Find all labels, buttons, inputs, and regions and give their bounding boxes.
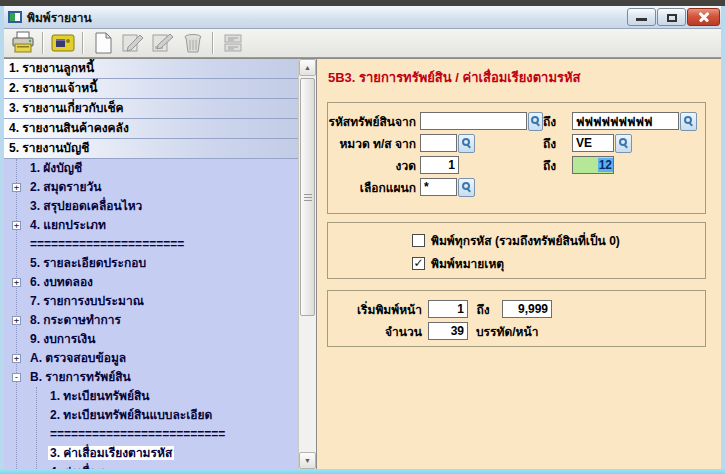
- lines-count-input[interactable]: [428, 322, 468, 340]
- tree-item[interactable]: 9. งบการเงิน: [4, 330, 299, 349]
- titlebar[interactable]: พิมพ์รายงาน: [0, 6, 725, 29]
- asset-code-from-input[interactable]: [420, 112, 527, 130]
- magnifier-icon: [462, 182, 470, 190]
- modify-button[interactable]: [148, 30, 178, 56]
- to-label: ถึง: [543, 112, 568, 131]
- tree-item-label: 7. รายการงบประมาณ: [28, 294, 146, 308]
- tree-category[interactable]: 3. รายงานเกี่ยวกับเช็ค: [4, 99, 299, 119]
- expand-icon[interactable]: +: [12, 278, 21, 287]
- tree-item[interactable]: 3. สรุปยอดเคลื่อนไหว: [4, 197, 299, 216]
- tree-item[interactable]: +6. งบทดลอง: [4, 273, 299, 292]
- magnifier-icon: [531, 116, 539, 124]
- tree-item-label: =========================: [48, 427, 227, 441]
- tree-item-label: 2. สมุดรายวัน: [28, 180, 104, 194]
- print-notes-option: ✓ พิมพ์หมายเหตุ: [412, 254, 504, 273]
- preview-button[interactable]: [48, 30, 78, 56]
- to-label: ถึง: [543, 134, 568, 153]
- lookup-button[interactable]: [528, 112, 543, 131]
- asset-category-to-input[interactable]: [572, 134, 614, 152]
- tree-item-label: 2. รายงานเจ้าหนี้: [9, 81, 97, 95]
- tree-item-label: A. ตรวจสอบข้อมูล: [28, 351, 128, 365]
- print-notes-checkbox[interactable]: ✓: [412, 257, 425, 270]
- checkbox-label: พิมพ์ทุกรหัส (รวมถึงทรัพย์สินที่เป็น 0): [431, 231, 620, 250]
- tree-item[interactable]: 2. ทะเบียนทรัพย์สินแบบละเอียด: [4, 406, 299, 425]
- tree-category[interactable]: 1. รายงานลูกหนี้: [4, 59, 299, 79]
- maximize-button[interactable]: [657, 8, 686, 26]
- lookup-button[interactable]: [458, 178, 475, 197]
- minimize-icon: [636, 18, 647, 21]
- asset-category-from-input[interactable]: [420, 134, 457, 152]
- app-icon: [8, 11, 22, 23]
- expand-icon[interactable]: +: [12, 316, 21, 325]
- delete-button[interactable]: [178, 30, 208, 56]
- expand-icon[interactable]: +: [12, 354, 21, 363]
- tree-item-label: 8. กระดาษทำการ: [28, 313, 123, 327]
- tree-item-label: 3. ค่าเสื่อมเรียงตามรหัส: [48, 446, 174, 460]
- asset-code-to-input[interactable]: [572, 112, 679, 130]
- edit-button[interactable]: [118, 30, 148, 56]
- close-button[interactable]: [687, 8, 720, 26]
- scrollbar-thumb[interactable]: [300, 78, 315, 316]
- tree-item-label: 4. แยกประเภท: [28, 218, 108, 232]
- check-icon: ✓: [413, 256, 423, 270]
- tree-item[interactable]: 3. ค่าเสื่อมเรียงตามรหัส: [4, 444, 299, 463]
- report-tree: 1. รายงานลูกหนี้2. รายงานเจ้าหนี้3. รายง…: [4, 59, 299, 469]
- end-page-input[interactable]: [502, 300, 552, 318]
- tree-item[interactable]: -B. รายการทรัพย์สิน: [4, 368, 299, 387]
- tree-item-label: 3. รายงานเกี่ยวกับเช็ค: [9, 101, 124, 115]
- field-label: เลือกแผนก: [328, 178, 416, 197]
- collapse-icon[interactable]: -: [12, 373, 21, 382]
- tree-item[interactable]: 5. รายละเอียดประกอบ: [4, 254, 299, 273]
- toolbar-separator: [42, 32, 44, 54]
- new-button[interactable]: [88, 30, 118, 56]
- tree-item-label: 1. ทะเบียนทรัพย์สิน: [48, 389, 151, 403]
- unit-label: บรรทัด/หน้า: [476, 322, 538, 341]
- maximize-icon: [667, 14, 677, 22]
- lookup-button[interactable]: [680, 112, 697, 131]
- tree-item[interactable]: 1. ทะเบียนทรัพย์สิน: [4, 387, 299, 406]
- tree-item[interactable]: +8. กระดาษทำการ: [4, 311, 299, 330]
- expand-icon[interactable]: +: [12, 183, 21, 192]
- field-label: รหัสทรัพย์สินจาก: [328, 112, 416, 131]
- count-label: จำนวน: [342, 322, 422, 341]
- selected-text: 12: [598, 158, 613, 172]
- tree-item[interactable]: +4. แยกประเภท: [4, 216, 299, 235]
- to-label: ถึง: [470, 300, 496, 319]
- checkbox-label: พิมพ์หมายเหตุ: [431, 254, 504, 273]
- print-button[interactable]: [8, 30, 38, 56]
- tree-category[interactable]: 2. รายงานเจ้าหนี้: [4, 79, 299, 99]
- tree-separator: ======================: [4, 235, 299, 254]
- tree-item[interactable]: 1. ผังบัญชี: [4, 159, 299, 178]
- scroll-up-button[interactable]: ▲: [299, 59, 316, 76]
- run-report-button[interactable]: [218, 30, 248, 56]
- scroll-down-button[interactable]: ▼: [299, 452, 316, 469]
- new-document-icon: [92, 31, 114, 55]
- print-all-codes-checkbox[interactable]: [412, 234, 425, 247]
- tree-scrollbar[interactable]: ▲ ▼: [298, 59, 316, 469]
- page-range-row: เริ่มพิมพ์หน้า ถึง: [342, 299, 552, 319]
- department-input[interactable]: [420, 178, 457, 196]
- tree-category[interactable]: 5. รายงานบัญชี: [4, 139, 299, 159]
- period-from-input[interactable]: [420, 156, 459, 174]
- start-page-label: เริ่มพิมพ์หน้า: [342, 300, 422, 319]
- tree-category[interactable]: 4. รายงานสินค้าคงคลัง: [4, 119, 299, 139]
- to-label: ถึง: [543, 156, 568, 175]
- lookup-button[interactable]: [458, 134, 475, 153]
- preview-icon: [50, 32, 76, 54]
- magnifier-icon: [684, 116, 692, 124]
- tree-item-label: ======================: [28, 237, 186, 251]
- period-to-field[interactable]: 12: [572, 156, 614, 174]
- tree-item[interactable]: +A. ตรวจสอบข้อมูล: [4, 349, 299, 368]
- tree-item-label: 5. รายละเอียดประกอบ: [28, 256, 148, 270]
- tree-separator: =========================: [4, 425, 299, 444]
- magnifier-icon: [462, 138, 470, 146]
- field-label: งวด: [328, 156, 416, 175]
- window-border: [721, 6, 725, 469]
- minimize-button[interactable]: [627, 8, 656, 26]
- expand-icon[interactable]: +: [12, 221, 21, 230]
- tree-item[interactable]: 7. รายการงบประมาณ: [4, 292, 299, 311]
- paging-group: เริ่มพิมพ์หน้า ถึง จำนวน บรรทัด/หน้า: [327, 290, 706, 347]
- lookup-button[interactable]: [615, 134, 632, 153]
- tree-item[interactable]: +2. สมุดรายวัน: [4, 178, 299, 197]
- start-page-input[interactable]: [428, 300, 468, 318]
